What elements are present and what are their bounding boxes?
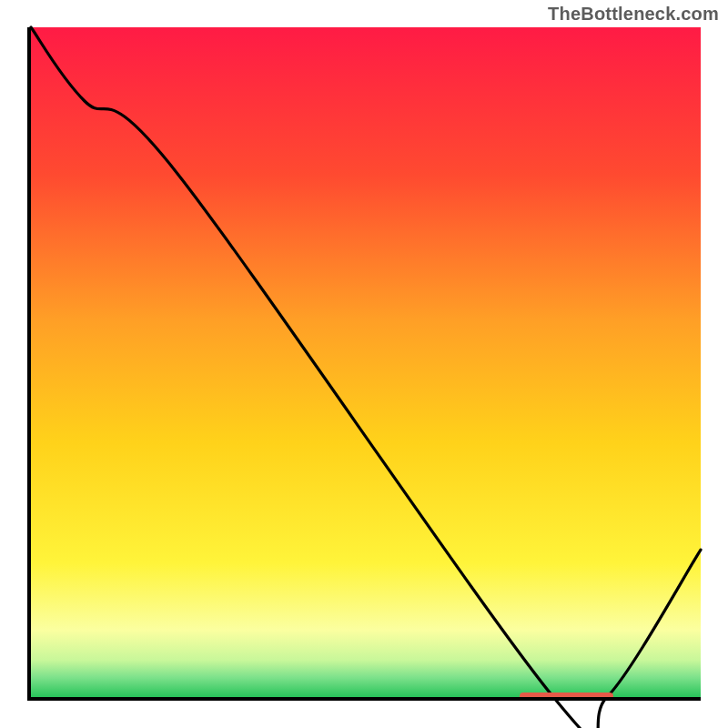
x-axis-line	[27, 697, 701, 701]
chart-stage: TheBottleneck.com	[0, 0, 728, 728]
watermark-label: TheBottleneck.com	[548, 4, 719, 25]
y-axis-line	[27, 27, 31, 701]
data-curve	[31, 27, 701, 697]
